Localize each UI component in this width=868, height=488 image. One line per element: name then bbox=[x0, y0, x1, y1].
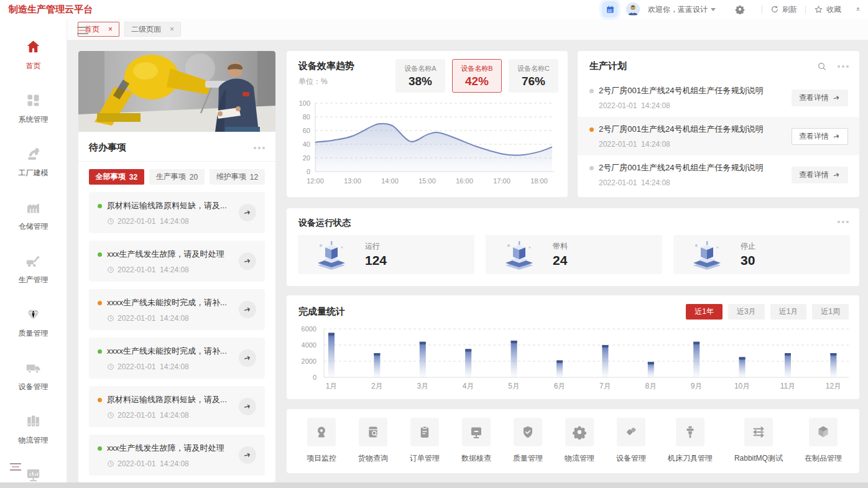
shortcut-质量管理[interactable]: 质量管理 bbox=[513, 418, 543, 464]
refresh-icon bbox=[770, 5, 779, 14]
sidebar-item-首页[interactable]: 首页 bbox=[25, 39, 42, 71]
more-dots-icon[interactable] bbox=[254, 147, 265, 149]
home-icon bbox=[25, 39, 42, 55]
filter-近1月[interactable]: 近1月 bbox=[770, 304, 807, 320]
tab-options-button[interactable] bbox=[77, 25, 88, 36]
open-item-button[interactable] bbox=[239, 301, 256, 318]
app-root: 制造生产管理云平台 欢迎你，蓝蓝设计 刷新 bbox=[0, 0, 868, 488]
filter-近3月[interactable]: 近3月 bbox=[728, 304, 765, 320]
page-tab-bar: 首页 × 二级页面 × bbox=[67, 19, 868, 40]
divider bbox=[762, 6, 762, 14]
production-plan-panel: 生产计划 2号厂房001生产线24号机组生产任务规划说明 2022-01-01 … bbox=[578, 51, 859, 197]
shortcut-label: 项目监控 bbox=[307, 453, 336, 464]
shortcut-项目监控[interactable]: 项目监控 bbox=[307, 418, 336, 464]
device-stat-设备名称B[interactable]: 设备名称B 42% bbox=[452, 59, 502, 93]
view-detail-button[interactable]: 查看详情 bbox=[792, 167, 848, 183]
open-item-button[interactable] bbox=[239, 398, 256, 415]
status-title: 设备运行状态 bbox=[298, 218, 351, 229]
device-stat-设备名称C[interactable]: 设备名称C 76% bbox=[509, 59, 558, 93]
open-item-button[interactable] bbox=[239, 204, 256, 221]
todo-list-item[interactable]: 原材料运输线路原料短缺，请及... 2022-01-01 14:24:08 bbox=[89, 192, 265, 233]
todo-filter-生产事项[interactable]: 生产事项20 bbox=[149, 169, 205, 185]
plan-item-time: 2022-01-01 14:24:08 bbox=[599, 140, 670, 149]
collapse-header-button[interactable] bbox=[854, 5, 862, 14]
todo-filter-全部事项[interactable]: 全部事项32 bbox=[89, 169, 144, 185]
welcome-menu[interactable]: 欢迎你，蓝蓝设计 bbox=[648, 4, 716, 15]
sidebar-item-仓储管理[interactable]: 仓储管理 bbox=[19, 199, 48, 232]
calendar-button[interactable] bbox=[602, 1, 618, 17]
close-icon[interactable]: × bbox=[108, 25, 113, 34]
efficiency-unit-label: 单位：% bbox=[298, 76, 328, 87]
close-icon[interactable]: × bbox=[170, 25, 174, 34]
sidebar-item-系统管理[interactable]: 系统管理 bbox=[19, 92, 48, 125]
chevron-down-icon bbox=[711, 8, 716, 11]
shortcut-label: RabbitMQ测试 bbox=[734, 453, 783, 464]
svg-text:0: 0 bbox=[307, 168, 310, 175]
status-card-带料: 带料 24 bbox=[486, 235, 662, 274]
open-item-button[interactable] bbox=[239, 349, 256, 367]
device-efficiency-value: 42% bbox=[465, 75, 489, 88]
svg-text:40: 40 bbox=[303, 140, 310, 148]
sidebar-item-工厂建模[interactable]: 工厂建模 bbox=[19, 145, 48, 178]
search-icon[interactable] bbox=[817, 62, 827, 71]
sidebar-item-生产管理[interactable]: 生产管理 bbox=[19, 252, 48, 285]
todo-list-item[interactable]: 原材料运输线路原料短缺，请及... 2022-01-01 14:24:08 bbox=[89, 386, 265, 427]
todo-list-item[interactable]: xxxx生产线未能按时完成，请补... 2022-01-01 14:24:08 bbox=[89, 338, 265, 379]
status-card-运行: 运行 124 bbox=[298, 235, 474, 274]
favorite-button[interactable]: 收藏 bbox=[814, 4, 841, 15]
todo-list-item[interactable]: xxxx生产线未能按时完成，请补... 2022-01-01 14:24:08 bbox=[89, 289, 265, 330]
shortcut-机床刀具管理[interactable]: 机床刀具管理 bbox=[668, 418, 713, 464]
open-item-button[interactable] bbox=[239, 252, 256, 270]
page-tabs: 首页 × 二级页面 × bbox=[78, 22, 181, 37]
svg-text:2000: 2000 bbox=[302, 357, 316, 365]
todo-filter-维护事项[interactable]: 维护事项12 bbox=[210, 169, 265, 185]
more-dots-icon[interactable] bbox=[838, 221, 849, 223]
svg-text:10月: 10月 bbox=[734, 382, 750, 390]
shortcut-RabbitMQ测试[interactable]: RabbitMQ测试 bbox=[734, 418, 783, 464]
shortcut-物流管理[interactable]: 物流管理 bbox=[565, 418, 594, 464]
plan-list-item[interactable]: 2号厂房001生产线24号机组生产任务规划说明 2022-01-01 14:24… bbox=[578, 117, 859, 155]
shortcut-label: 在制品管理 bbox=[805, 453, 842, 464]
device-stat-设备名称A[interactable]: 设备名称A 38% bbox=[395, 59, 445, 93]
filter-近1年[interactable]: 近1年 bbox=[686, 304, 723, 320]
sidebar-item-质量管理[interactable]: 质量管理 bbox=[19, 306, 48, 339]
open-item-button[interactable] bbox=[239, 446, 256, 464]
shortcut-在制品管理[interactable]: 在制品管理 bbox=[805, 418, 842, 464]
page-tab-二级页面[interactable]: 二级页面 × bbox=[124, 22, 181, 37]
status-value: 30 bbox=[741, 253, 755, 268]
status-card-停止: 停止 30 bbox=[673, 235, 850, 274]
shortcut-设备管理[interactable]: 设备管理 bbox=[616, 418, 646, 464]
view-detail-button[interactable]: 查看详情 bbox=[792, 128, 848, 145]
svg-text:4000: 4000 bbox=[302, 341, 316, 349]
plan-list-item[interactable]: 2号厂房001生产线24号机组生产任务规划说明 2022-01-01 14:24… bbox=[578, 155, 859, 194]
shortcut-label: 数据核查 bbox=[461, 453, 491, 464]
todo-item-time: 2022-01-01 14:24:08 bbox=[118, 459, 189, 468]
svg-text:100: 100 bbox=[299, 99, 310, 107]
shortcut-订单管理[interactable]: 订单管理 bbox=[410, 418, 440, 464]
gear-icon bbox=[735, 4, 745, 14]
todo-list-item[interactable]: xxx生产线发生故障，请及时处理 2022-01-01 14:24:08 bbox=[89, 241, 265, 282]
view-detail-button[interactable]: 查看详情 bbox=[792, 90, 848, 106]
device-name: 设备名称A bbox=[404, 64, 436, 73]
todo-title: 待办事项 bbox=[89, 142, 126, 154]
todo-list-item[interactable]: xxx生产线发生故障，请及时处理 2022-01-01 14:24:08 bbox=[89, 435, 265, 476]
todo-list: 原材料运输线路原料短缺，请及... 2022-01-01 14:24:08 xx… bbox=[78, 192, 275, 476]
shortcut-货物查询[interactable]: 货物查询 bbox=[358, 418, 388, 464]
device-name: 设备名称B bbox=[461, 64, 492, 73]
clock-icon bbox=[107, 460, 114, 467]
shortcut-数据核查[interactable]: 数据核查 bbox=[461, 418, 491, 464]
sidebar-item-设备管理[interactable]: 设备管理 bbox=[19, 359, 48, 392]
sidebar-collapse-button[interactable] bbox=[10, 461, 21, 472]
svg-text:12:00: 12:00 bbox=[307, 177, 324, 185]
more-dots-icon[interactable] bbox=[838, 65, 849, 68]
efficiency-title: 设备效率趋势 bbox=[298, 60, 354, 72]
sidebar-item-物流管理[interactable]: 物流管理 bbox=[19, 413, 48, 446]
plan-list-item[interactable]: 2号厂房001生产线24号机组生产任务规划说明 2022-01-01 14:24… bbox=[578, 78, 859, 117]
settings-gear-button[interactable] bbox=[735, 4, 745, 14]
filter-近1周[interactable]: 近1周 bbox=[812, 304, 849, 320]
divider bbox=[805, 6, 806, 14]
status-label: 停止 bbox=[741, 241, 755, 252]
star-icon bbox=[814, 5, 823, 14]
refresh-button[interactable]: 刷新 bbox=[770, 4, 797, 15]
avatar[interactable] bbox=[626, 2, 640, 16]
